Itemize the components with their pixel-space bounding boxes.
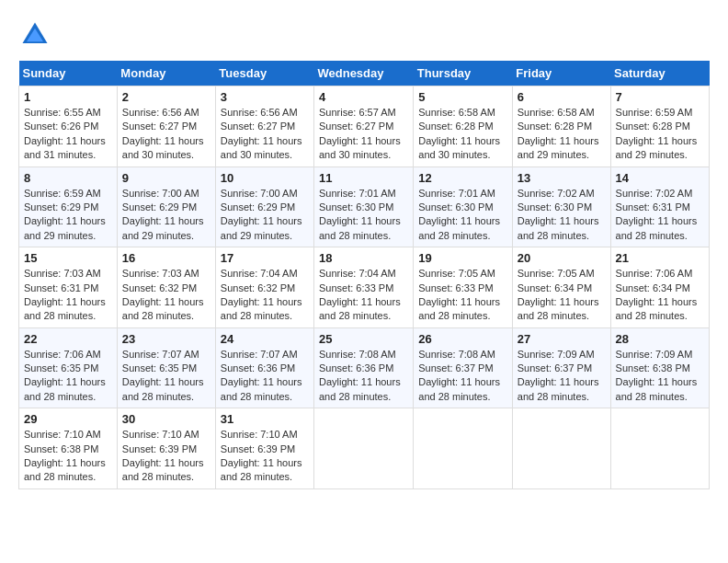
calendar-cell: 14 Sunrise: 7:02 AMSunset: 6:31 PMDaylig… [610, 167, 709, 247]
calendar-cell: 18 Sunrise: 7:04 AMSunset: 6:33 PMDaylig… [313, 247, 413, 328]
day-number: 8 [24, 171, 112, 185]
day-number: 19 [418, 251, 507, 265]
calendar-cell [313, 408, 413, 489]
day-info: Sunrise: 6:56 AMSunset: 6:27 PMDaylight:… [122, 106, 210, 163]
day-number: 22 [24, 332, 112, 346]
day-number: 3 [221, 90, 309, 104]
calendar-cell: 20 Sunrise: 7:05 AMSunset: 6:34 PMDaylig… [512, 247, 610, 328]
day-number: 20 [518, 251, 606, 265]
day-info: Sunrise: 7:00 AMSunset: 6:29 PMDaylight:… [122, 187, 210, 244]
day-info: Sunrise: 7:09 AMSunset: 6:38 PMDaylight:… [616, 348, 704, 405]
calendar-week-5: 29 Sunrise: 7:10 AMSunset: 6:38 PMDaylig… [19, 408, 710, 489]
calendar-cell: 4 Sunrise: 6:57 AMSunset: 6:27 PMDayligh… [313, 86, 413, 167]
calendar-cell: 30 Sunrise: 7:10 AMSunset: 6:39 PMDaylig… [117, 408, 215, 489]
day-info: Sunrise: 7:04 AMSunset: 6:32 PMDaylight:… [221, 267, 309, 324]
day-info: Sunrise: 7:00 AMSunset: 6:29 PMDaylight:… [221, 187, 309, 244]
calendar-cell: 15 Sunrise: 7:03 AMSunset: 6:31 PMDaylig… [19, 247, 118, 328]
weekday-header-sunday: Sunday [19, 61, 118, 86]
calendar-cell: 9 Sunrise: 7:00 AMSunset: 6:29 PMDayligh… [117, 167, 215, 247]
calendar-cell: 10 Sunrise: 7:00 AMSunset: 6:29 PMDaylig… [215, 167, 313, 247]
weekday-header-monday: Monday [117, 61, 215, 86]
day-number: 31 [221, 412, 309, 426]
day-info: Sunrise: 7:05 AMSunset: 6:33 PMDaylight:… [418, 267, 507, 324]
day-info: Sunrise: 7:01 AMSunset: 6:30 PMDaylight:… [319, 187, 408, 244]
day-number: 29 [24, 412, 112, 426]
day-number: 9 [122, 171, 210, 185]
calendar-cell: 23 Sunrise: 7:07 AMSunset: 6:35 PMDaylig… [117, 327, 215, 408]
calendar-cell: 29 Sunrise: 7:10 AMSunset: 6:38 PMDaylig… [19, 408, 118, 489]
day-info: Sunrise: 6:55 AMSunset: 6:26 PMDaylight:… [24, 106, 112, 163]
day-info: Sunrise: 7:07 AMSunset: 6:36 PMDaylight:… [221, 348, 309, 405]
calendar-cell: 27 Sunrise: 7:09 AMSunset: 6:37 PMDaylig… [512, 327, 610, 408]
calendar-cell [414, 408, 513, 489]
calendar-cell: 24 Sunrise: 7:07 AMSunset: 6:36 PMDaylig… [215, 327, 313, 408]
day-number: 10 [221, 171, 309, 185]
day-number: 1 [24, 90, 112, 104]
day-info: Sunrise: 7:08 AMSunset: 6:36 PMDaylight:… [319, 348, 408, 405]
day-info: Sunrise: 7:07 AMSunset: 6:35 PMDaylight:… [122, 348, 210, 405]
day-number: 18 [319, 251, 408, 265]
calendar-cell: 3 Sunrise: 6:56 AMSunset: 6:27 PMDayligh… [215, 86, 313, 167]
calendar-cell: 21 Sunrise: 7:06 AMSunset: 6:34 PMDaylig… [610, 247, 709, 328]
weekday-header-tuesday: Tuesday [215, 61, 313, 86]
day-info: Sunrise: 7:03 AMSunset: 6:32 PMDaylight:… [122, 267, 210, 324]
calendar-cell: 8 Sunrise: 6:59 AMSunset: 6:29 PMDayligh… [19, 167, 118, 247]
day-info: Sunrise: 7:01 AMSunset: 6:30 PMDaylight:… [418, 187, 507, 244]
day-number: 6 [518, 90, 606, 104]
calendar-cell: 22 Sunrise: 7:06 AMSunset: 6:35 PMDaylig… [19, 327, 118, 408]
day-number: 4 [319, 90, 408, 104]
calendar-table: SundayMondayTuesdayWednesdayThursdayFrid… [18, 61, 710, 489]
day-info: Sunrise: 7:06 AMSunset: 6:35 PMDaylight:… [24, 348, 112, 405]
day-info: Sunrise: 7:10 AMSunset: 6:39 PMDaylight:… [221, 428, 309, 485]
calendar-cell: 2 Sunrise: 6:56 AMSunset: 6:27 PMDayligh… [117, 86, 215, 167]
calendar-cell: 12 Sunrise: 7:01 AMSunset: 6:30 PMDaylig… [414, 167, 513, 247]
calendar-cell: 19 Sunrise: 7:05 AMSunset: 6:33 PMDaylig… [414, 247, 513, 328]
day-number: 26 [418, 332, 507, 346]
day-info: Sunrise: 7:08 AMSunset: 6:37 PMDaylight:… [418, 348, 507, 405]
calendar-cell: 11 Sunrise: 7:01 AMSunset: 6:30 PMDaylig… [313, 167, 413, 247]
day-info: Sunrise: 7:03 AMSunset: 6:31 PMDaylight:… [24, 267, 112, 324]
day-info: Sunrise: 6:59 AMSunset: 6:29 PMDaylight:… [24, 187, 112, 244]
logo [18, 18, 57, 52]
calendar-week-1: 1 Sunrise: 6:55 AMSunset: 6:26 PMDayligh… [19, 86, 710, 167]
day-info: Sunrise: 7:06 AMSunset: 6:34 PMDaylight:… [616, 267, 704, 324]
calendar-week-3: 15 Sunrise: 7:03 AMSunset: 6:31 PMDaylig… [19, 247, 710, 328]
weekday-header-row: SundayMondayTuesdayWednesdayThursdayFrid… [19, 61, 710, 86]
day-number: 13 [518, 171, 606, 185]
day-number: 2 [122, 90, 210, 104]
day-number: 11 [319, 171, 408, 185]
day-info: Sunrise: 7:09 AMSunset: 6:37 PMDaylight:… [518, 348, 606, 405]
weekday-header-thursday: Thursday [414, 61, 513, 86]
calendar-week-4: 22 Sunrise: 7:06 AMSunset: 6:35 PMDaylig… [19, 327, 710, 408]
calendar-cell: 1 Sunrise: 6:55 AMSunset: 6:26 PMDayligh… [19, 86, 118, 167]
calendar-cell: 5 Sunrise: 6:58 AMSunset: 6:28 PMDayligh… [414, 86, 513, 167]
calendar-week-2: 8 Sunrise: 6:59 AMSunset: 6:29 PMDayligh… [19, 167, 710, 247]
day-number: 30 [122, 412, 210, 426]
day-number: 7 [616, 90, 704, 104]
calendar-cell: 26 Sunrise: 7:08 AMSunset: 6:37 PMDaylig… [414, 327, 513, 408]
calendar-cell: 25 Sunrise: 7:08 AMSunset: 6:36 PMDaylig… [313, 327, 413, 408]
day-number: 16 [122, 251, 210, 265]
day-number: 25 [319, 332, 408, 346]
day-info: Sunrise: 6:58 AMSunset: 6:28 PMDaylight:… [418, 106, 507, 163]
calendar-cell: 16 Sunrise: 7:03 AMSunset: 6:32 PMDaylig… [117, 247, 215, 328]
weekday-header-saturday: Saturday [610, 61, 709, 86]
day-number: 12 [418, 171, 507, 185]
weekday-header-wednesday: Wednesday [313, 61, 413, 86]
day-info: Sunrise: 6:56 AMSunset: 6:27 PMDaylight:… [221, 106, 309, 163]
day-info: Sunrise: 6:58 AMSunset: 6:28 PMDaylight:… [518, 106, 606, 163]
day-info: Sunrise: 6:59 AMSunset: 6:28 PMDaylight:… [616, 106, 704, 163]
day-number: 5 [418, 90, 507, 104]
day-info: Sunrise: 7:04 AMSunset: 6:33 PMDaylight:… [319, 267, 408, 324]
day-number: 27 [518, 332, 606, 346]
day-number: 14 [616, 171, 704, 185]
page-header [18, 18, 710, 52]
calendar-cell: 17 Sunrise: 7:04 AMSunset: 6:32 PMDaylig… [215, 247, 313, 328]
calendar-cell: 13 Sunrise: 7:02 AMSunset: 6:30 PMDaylig… [512, 167, 610, 247]
day-number: 21 [616, 251, 704, 265]
day-number: 24 [221, 332, 309, 346]
day-number: 28 [616, 332, 704, 346]
calendar-cell: 6 Sunrise: 6:58 AMSunset: 6:28 PMDayligh… [512, 86, 610, 167]
calendar-cell: 28 Sunrise: 7:09 AMSunset: 6:38 PMDaylig… [610, 327, 709, 408]
day-info: Sunrise: 6:57 AMSunset: 6:27 PMDaylight:… [319, 106, 408, 163]
